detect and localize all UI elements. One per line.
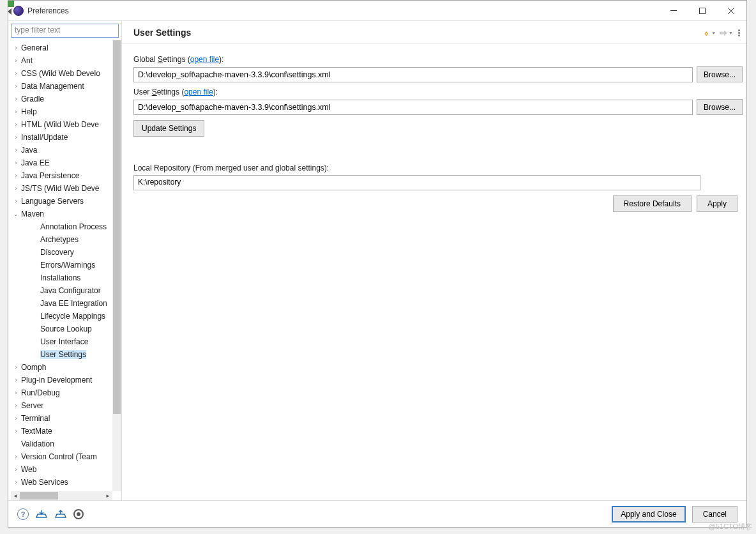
global-browse-button[interactable]: Browse... xyxy=(697,66,743,82)
tree-item-label: CSS (Wild Web Develo xyxy=(21,69,100,78)
tree-item-label: Oomph xyxy=(21,363,46,372)
chevron-right-icon: › xyxy=(11,415,21,422)
chevron-right-icon: › xyxy=(11,377,21,383)
chevron-right-icon: › xyxy=(11,466,21,473)
nav-back-icon[interactable]: ⬨ xyxy=(701,27,711,38)
tree-item-label: Data Management xyxy=(21,82,84,91)
watermark: @51CTO博客 xyxy=(709,522,752,531)
import-preferences-icon[interactable] xyxy=(35,509,48,519)
chevron-right-icon: › xyxy=(11,198,21,204)
tree-item-label: Language Servers xyxy=(21,197,84,206)
tree-item-gradle[interactable]: ›Gradle xyxy=(11,93,112,105)
tree-item-label: Web xyxy=(21,465,36,474)
restore-defaults-button[interactable]: Restore Defaults xyxy=(613,195,692,212)
user-open-file-link[interactable]: open file xyxy=(184,88,213,96)
filter-input[interactable]: type filter text xyxy=(11,24,119,38)
global-open-file-link[interactable]: open file xyxy=(190,55,219,64)
tree-item-label: HTML (Wild Web Deve xyxy=(21,120,99,129)
tree-item-oomph[interactable]: ›Oomph xyxy=(11,361,112,374)
tree-item-run-debug[interactable]: ›Run/Debug xyxy=(11,386,112,399)
tree-item-java-ee-integration[interactable]: Java EE Integration xyxy=(11,297,112,310)
tree-item-installations[interactable]: Installations xyxy=(11,271,112,284)
preferences-tree[interactable]: ›General›Ant›CSS (Wild Web Develo›Data M… xyxy=(11,40,112,489)
svg-rect-0 xyxy=(670,10,677,11)
apply-button[interactable]: Apply xyxy=(697,195,737,212)
tree-item-version-control-team[interactable]: ›Version Control (Team xyxy=(11,450,112,463)
cancel-button[interactable]: Cancel xyxy=(692,506,737,523)
tree-item-java-ee[interactable]: ›Java EE xyxy=(11,156,112,169)
nav-forward-icon[interactable]: ⇨ xyxy=(718,27,729,38)
chevron-right-icon: › xyxy=(11,185,21,192)
global-settings-input[interactable] xyxy=(133,67,693,82)
tree-item-user-settings[interactable]: User Settings xyxy=(11,348,112,361)
tree-item-source-lookup[interactable]: Source Lookup xyxy=(11,323,112,335)
tree-item-label: Version Control (Team xyxy=(21,452,97,461)
tree-item-server[interactable]: ›Server xyxy=(11,399,112,412)
chevron-right-icon: › xyxy=(11,70,21,77)
tree-item-annotation-process[interactable]: Annotation Process xyxy=(11,220,112,233)
chevron-right-icon: › xyxy=(11,402,21,409)
dialog-footer: ? Apply and Close Cancel xyxy=(8,500,746,527)
tree-item-html-wild-web-deve[interactable]: ›HTML (Wild Web Deve xyxy=(11,118,112,131)
tree-item-label: Web Services xyxy=(21,478,68,487)
tree-item-label: Java Configurator xyxy=(40,286,101,295)
user-settings-input[interactable] xyxy=(133,100,693,115)
tree-item-label: Installations xyxy=(40,273,80,282)
oomph-record-icon[interactable] xyxy=(73,509,84,519)
tree-item-css-wild-web-develo[interactable]: ›CSS (Wild Web Develo xyxy=(11,67,112,80)
maximize-button[interactable] xyxy=(688,1,716,20)
update-settings-button[interactable]: Update Settings xyxy=(133,120,204,137)
tree-item-plug-in-development[interactable]: ›Plug-in Development xyxy=(11,374,112,386)
help-icon[interactable]: ? xyxy=(17,508,29,520)
user-browse-button[interactable]: Browse... xyxy=(697,99,743,115)
minimize-button[interactable] xyxy=(659,1,688,20)
tree-item-web[interactable]: ›Web xyxy=(11,463,112,476)
tree-item-label: Lifecycle Mappings xyxy=(40,312,105,321)
nav-back-menu-icon[interactable]: ▼ xyxy=(711,31,716,35)
tree-item-java-configurator[interactable]: Java Configurator xyxy=(11,284,112,297)
tree-item-data-management[interactable]: ›Data Management xyxy=(11,80,112,93)
tree-item-validation[interactable]: Validation xyxy=(11,438,112,450)
horizontal-scrollbar[interactable]: ◄► xyxy=(11,491,112,500)
chevron-right-icon: › xyxy=(11,83,21,89)
tree-item-textmate[interactable]: ›TextMate xyxy=(11,425,112,438)
tree-item-archetypes[interactable]: Archetypes xyxy=(11,233,112,246)
tree-item-language-servers[interactable]: ›Language Servers xyxy=(11,195,112,208)
nav-forward-menu-icon[interactable]: ▼ xyxy=(729,31,733,35)
tree-item-label: Install/Update xyxy=(21,133,68,142)
tree-item-java-persistence[interactable]: ›Java Persistence xyxy=(11,169,112,182)
tree-item-label: Maven xyxy=(21,210,44,218)
tree-item-label: Ant xyxy=(21,56,33,65)
tree-item-ant[interactable]: ›Ant xyxy=(11,54,112,67)
chevron-down-icon: ⌄ xyxy=(11,211,21,217)
tree-item-js-ts-wild-web-deve[interactable]: ›JS/TS (Wild Web Deve xyxy=(11,182,112,195)
tree-item-label: Java Persistence xyxy=(21,171,79,180)
tree-item-general[interactable]: ›General xyxy=(11,42,112,54)
tree-item-label: Server xyxy=(21,401,43,410)
tree-item-terminal[interactable]: ›Terminal xyxy=(11,412,112,425)
view-menu-icon[interactable] xyxy=(738,29,740,36)
close-button[interactable] xyxy=(716,1,745,20)
tree-item-label: General xyxy=(21,43,49,52)
apply-and-close-button[interactable]: Apply and Close xyxy=(612,506,685,523)
chevron-right-icon: › xyxy=(11,147,21,153)
tree-item-web-services[interactable]: ›Web Services xyxy=(11,476,112,489)
preferences-window: Preferences type filter text ›General›An… xyxy=(8,0,747,528)
left-toolstrip xyxy=(8,1,15,26)
tree-item-errors-warnings[interactable]: Errors/Warnings xyxy=(11,259,112,271)
tree-item-user-interface[interactable]: User Interface xyxy=(11,335,112,348)
export-preferences-icon[interactable] xyxy=(54,509,67,519)
settings-content: User Settings ⬨ ▼ ⇨ ▼ Global Settings (o… xyxy=(122,21,746,500)
tree-item-discovery[interactable]: Discovery xyxy=(11,246,112,259)
chevron-right-icon: › xyxy=(11,454,21,460)
vertical-scrollbar[interactable] xyxy=(112,40,121,491)
tree-item-maven[interactable]: ⌄Maven xyxy=(11,208,112,220)
user-settings-label: User Settings (open file): xyxy=(133,88,743,96)
tree-item-install-update[interactable]: ›Install/Update xyxy=(11,131,112,144)
tree-item-label: Archetypes xyxy=(40,235,79,244)
tree-item-help[interactable]: ›Help xyxy=(11,105,112,118)
tree-item-java[interactable]: ›Java xyxy=(11,144,112,156)
preferences-tree-panel: type filter text ›General›Ant›CSS (Wild … xyxy=(8,21,122,500)
tree-item-lifecycle-mappings[interactable]: Lifecycle Mappings xyxy=(11,310,112,323)
chevron-right-icon: › xyxy=(11,134,21,141)
